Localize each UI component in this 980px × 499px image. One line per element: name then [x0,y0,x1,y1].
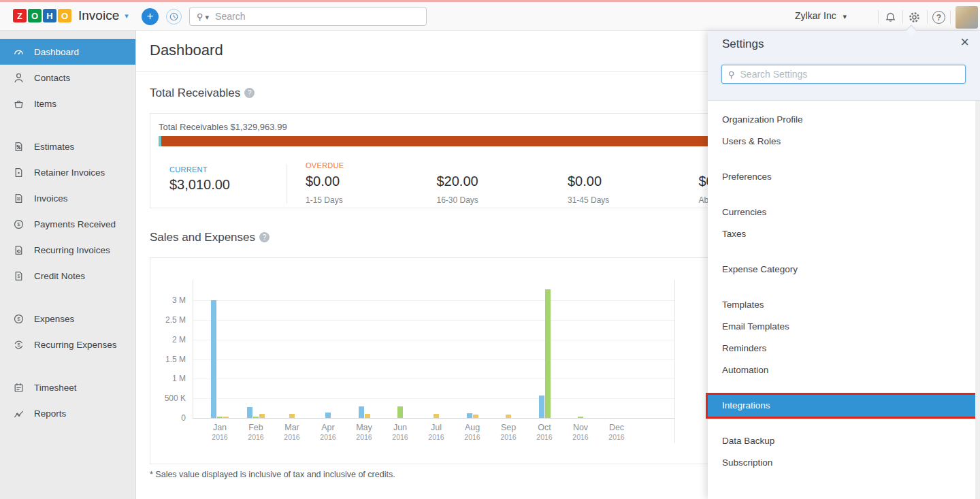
total-receivables-heading: Total Receivables? [150,86,255,100]
x-axis-label: Jun2016 [383,423,417,441]
year-label: 2016 [383,433,417,441]
chart-bar-expenses[interactable] [506,415,511,418]
notifications-button[interactable] [882,9,898,25]
settings-item-templates[interactable]: Templates [708,294,975,316]
zoho-logo-letter: O [58,9,71,22]
chart-gridline [193,379,674,379]
sidebar-item-items[interactable]: Items [0,91,135,116]
zoho-logo-letter: O [28,9,42,22]
dollar-circle-icon: $ [13,313,24,325]
help-button[interactable]: ? [932,11,945,24]
month-label: Apr [311,423,345,432]
sidebar-item-expenses[interactable]: $Expenses [0,306,135,332]
sidebar-item-recurring-invoices[interactable]: Recurring Invoices [0,237,135,263]
sidebar-item-contacts[interactable]: Contacts [0,65,135,91]
chart-bar-receipts[interactable] [545,289,551,418]
global-search-input[interactable] [215,11,419,22]
month-label: Jan [203,423,237,432]
month-label: Nov [564,423,598,432]
sidebar-item-payments-received[interactable]: $Payments Received [0,211,135,237]
sidebar-item-label: Reports [34,408,66,419]
chart-bar-sales[interactable] [539,396,544,418]
settings-group: TemplatesEmail TemplatesRemindersAutomat… [708,294,975,381]
settings-item-integrations[interactable]: Integrations [708,395,975,417]
x-axis-label: Feb2016 [239,423,273,441]
bell-icon [885,12,896,23]
month-label: Sep [491,423,525,432]
sidebar-item-estimates[interactable]: Estimates [0,133,135,159]
chart-bar-sales[interactable] [247,407,252,418]
settings-scrollbar[interactable] [975,101,980,499]
settings-item-email-templates[interactable]: Email Templates [708,316,975,338]
sidebar-item-credit-notes[interactable]: $Credit Notes [0,263,135,289]
chart-bar-receipts[interactable] [253,417,259,418]
year-label: 2016 [600,433,634,441]
sidebar-item-timesheet[interactable]: Timesheet [0,374,135,400]
search-icon: ⚲ [197,12,203,22]
bucket-label: 1-15 Days [306,195,421,205]
settings-search-input[interactable] [740,69,959,80]
close-icon[interactable]: × [960,33,969,51]
year-label: 2016 [527,433,561,441]
overdue-label: OVERDUE [306,161,344,170]
year-label: 2016 [455,433,489,441]
settings-item-organization-profile[interactable]: Organization Profile [708,109,975,131]
sidebar-item-label: Expenses [34,314,74,324]
sidebar-item-invoices[interactable]: Invoices [0,185,135,211]
chart-bar-expenses[interactable] [473,415,478,418]
settings-item-users-roles[interactable]: Users & Roles [708,131,975,152]
receivables-bar-overdue-segment [161,136,796,146]
settings-gear-button[interactable] [906,9,922,25]
recent-activities-button[interactable] [166,9,182,25]
chart-bar-receipts[interactable] [217,417,223,418]
org-caret-icon: ▾ [843,12,847,20]
settings-item-data-backup[interactable]: Data Backup [708,430,975,452]
year-label: 2016 [564,433,598,441]
chart-bar-expenses[interactable] [223,417,229,418]
chart-bar-receipts[interactable] [397,406,403,418]
zoho-logo[interactable]: ZOHOInvoice▾ [13,8,129,23]
settings-panel-header: Settings × ⚲ [708,31,980,101]
chart-bar-sales[interactable] [467,413,472,418]
x-axis-label: Jul2016 [419,423,453,441]
help-circle-icon[interactable]: ? [244,88,255,98]
sidebar-item-label: Dashboard [34,47,79,57]
dollar-refresh-icon: $ [13,339,24,351]
settings-item-preferences[interactable]: Preferences [708,166,975,188]
sidebar-item-dashboard[interactable]: Dashboard [0,39,135,65]
y-axis-tick-label: 0 [154,413,186,423]
sidebar-item-retainer-invoices[interactable]: Retainer Invoices [0,159,135,185]
settings-item-expense-category[interactable]: Expense Category [708,259,975,280]
settings-item-subscription[interactable]: Subscription [708,452,975,474]
quick-create-button[interactable]: + [142,8,159,25]
chart-footnote: * Sales value displayed is inclusive of … [150,470,395,479]
chart-bar-expenses[interactable] [259,414,265,418]
year-label: 2016 [203,433,237,441]
chart-bar-expenses[interactable] [365,414,370,418]
org-switcher[interactable]: Zylkar Inc ▾ [795,10,847,21]
help-circle-icon[interactable]: ? [259,232,270,242]
product-caret-icon[interactable]: ▾ [125,12,129,20]
sidebar-item-reports[interactable]: Reports [0,400,135,426]
month-label: Jul [419,423,453,432]
settings-item-automation[interactable]: Automation [708,359,975,381]
chart-bar-sales[interactable] [211,300,216,418]
user-avatar[interactable] [956,6,978,29]
sidebar-item-recurring-expenses[interactable]: $Recurring Expenses [0,332,135,357]
settings-search-box[interactable]: ⚲ [721,65,966,84]
aging-bucket: $0.001-15 Days [306,174,421,205]
global-search-box[interactable]: ⚲ ▾ [189,7,427,26]
chart-bar-expenses[interactable] [434,414,439,418]
receivables-progress-bar[interactable] [159,136,796,146]
chart-bar-sales[interactable] [325,413,331,418]
current-label: CURRENT [169,165,208,174]
settings-item-reminders[interactable]: Reminders [708,338,975,359]
settings-item-taxes[interactable]: Taxes [708,223,975,245]
history-clock-icon [169,12,179,22]
chart-gridline [193,320,674,321]
settings-item-currencies[interactable]: Currencies [708,202,975,223]
search-scope-caret-icon[interactable]: ▾ [206,13,210,22]
chart-bar-sales[interactable] [359,406,364,418]
chart-bar-receipts[interactable] [578,417,583,418]
chart-bar-expenses[interactable] [289,414,295,418]
